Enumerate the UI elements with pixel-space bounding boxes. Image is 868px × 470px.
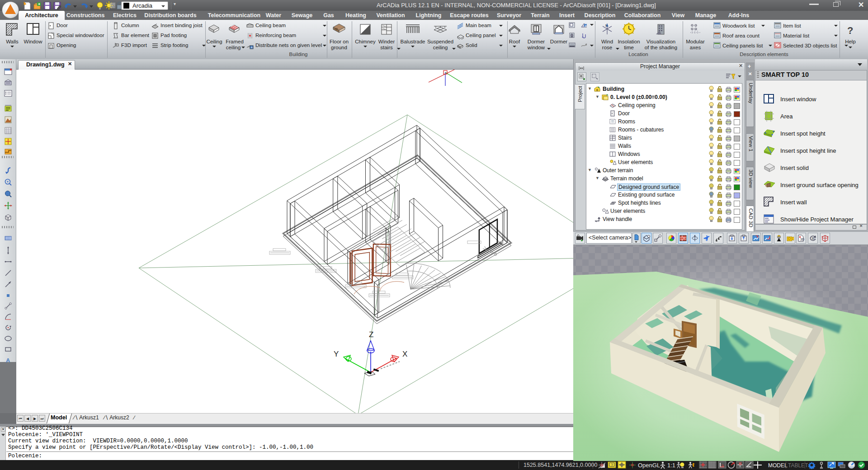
svg-text:A: A bbox=[6, 357, 10, 364]
svg-text:A: A bbox=[585, 24, 587, 28]
svg-text:X: X bbox=[402, 350, 407, 358]
svg-text:Y: Y bbox=[334, 350, 339, 358]
svg-text:3D: 3D bbox=[811, 237, 816, 240]
svg-text:3D: 3D bbox=[800, 238, 804, 241]
svg-text:Z: Z bbox=[369, 330, 373, 339]
svg-text:?: ? bbox=[611, 463, 613, 467]
svg-text:N: N bbox=[605, 24, 608, 27]
svg-text:A: A bbox=[251, 46, 253, 49]
